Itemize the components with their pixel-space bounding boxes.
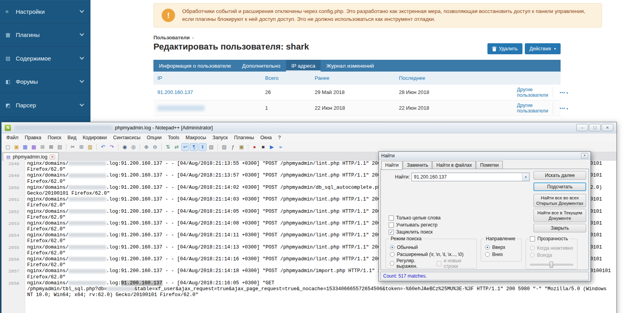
find-icon[interactable]: ◉ (121, 143, 129, 151)
count-button[interactable]: Подсчитать (533, 182, 586, 191)
macro-stop-icon[interactable]: ■ (259, 143, 267, 151)
close-doc-icon[interactable]: ⊠ (39, 143, 46, 151)
new-file-icon[interactable]: ▢ (4, 143, 12, 151)
row-menu-button[interactable]: •••▾ (557, 105, 571, 111)
redo-icon[interactable]: ↷ (108, 143, 116, 151)
log-row: /phpmyadmin/tbl_sql.php?db=&table=xf_use… (2, 286, 616, 292)
row-menu-button[interactable]: •••▾ (557, 89, 571, 96)
checkbox-dot-matches-newline[interactable]: и новые строки (437, 258, 473, 269)
checkbox-whole-words[interactable]: Только целые слова (389, 215, 441, 221)
other-users-link[interactable]: Другие пользователи (517, 87, 553, 98)
save-icon[interactable]: ▦ (21, 143, 29, 151)
open-file-icon[interactable]: ▣ (13, 143, 20, 151)
page-title: Редактировать пользователя: shark (153, 42, 309, 52)
menubar-item[interactable]: Макросы (183, 133, 209, 142)
undo-icon[interactable]: ↶ (99, 143, 107, 151)
menubar-item[interactable]: Вид (65, 133, 80, 142)
other-users-link[interactable]: Другие пользователи (517, 103, 553, 114)
combo-dropdown-icon[interactable]: ▾ (522, 173, 529, 181)
macro-record-icon[interactable]: ● (251, 143, 258, 151)
doc-map-icon[interactable]: ▨ (220, 143, 228, 151)
document-tab[interactable]: ▤ phpmyadmin.log ✕ (3, 153, 59, 161)
sync-v-scroll-icon[interactable]: ⇅ (164, 143, 172, 151)
menubar-item[interactable]: Правка (22, 133, 44, 142)
sidebar-item-content[interactable]: ▤Содержимое (0, 47, 90, 70)
sidebar-item-forums[interactable]: ◧Форумы (0, 70, 90, 94)
menubar-item[interactable]: Запуск (209, 133, 231, 142)
print-icon[interactable]: ▤ (56, 143, 64, 151)
indent-guide-icon[interactable]: ‖ (199, 143, 207, 151)
menubar-item[interactable]: Синтаксисы (110, 133, 144, 142)
macro-play-icon[interactable]: ▶ (268, 143, 276, 151)
menubar-item[interactable]: Плагины (231, 133, 257, 142)
close-button[interactable]: ✕ (602, 124, 613, 131)
search-input[interactable]: 91.200.160.137 ▾ (411, 173, 530, 181)
sync-h-scroll-icon[interactable]: ⇄ (173, 143, 181, 151)
sidebar-item-parser[interactable]: ◩Парсер (0, 94, 90, 117)
radio-always[interactable]: Всегда (530, 252, 574, 259)
find-dialog-tab-find-in-files[interactable]: Найти в файлах (432, 161, 476, 169)
radio-regex[interactable]: Регуляр. выражен. (390, 260, 433, 267)
workspace-icon[interactable]: ▣ (238, 143, 245, 151)
menubar-item[interactable]: Кодировки (79, 133, 110, 142)
menubar-item[interactable]: Опции (144, 133, 165, 142)
save-all-icon[interactable]: ▩ (30, 143, 38, 151)
menubar-item[interactable]: Файл (3, 133, 22, 142)
zoom-in-icon[interactable]: ⊕ (142, 143, 150, 151)
toolbar-separator (161, 144, 162, 150)
breadcrumb-label[interactable]: Пользователи (153, 35, 190, 41)
find-all-open-docs-button[interactable]: Найти все во всех Открытых Документах (533, 194, 586, 207)
find-next-button[interactable]: Искать далее (533, 171, 586, 180)
replace-icon[interactable]: ◎ (129, 143, 137, 151)
maximize-button[interactable]: ▢ (589, 124, 601, 131)
tab-ip-addresses[interactable]: IP адреса (286, 60, 321, 72)
find-dialog-titlebar[interactable]: Найти ✕ (379, 152, 590, 160)
transparency-checkbox[interactable]: Прозрачность (528, 236, 570, 241)
user-dialog-icon[interactable]: ▧ (207, 143, 215, 151)
find-dialog-tab-find[interactable]: Найти (381, 161, 402, 170)
radio-extended[interactable]: Расширенный (\r, \n, \t, \x..., \0) (390, 251, 473, 258)
notepad-titlebar[interactable]: N phpmyadmin.log - Notepad++ [Administra… (2, 122, 616, 133)
line-number: 2850 (2, 185, 25, 191)
tab-change-log[interactable]: Журнал изменений (321, 60, 379, 72)
tab-extra[interactable]: Дополнительно (236, 60, 286, 72)
menubar-item[interactable]: Поиск (44, 133, 65, 142)
tab-user-info[interactable]: Информация о пользователе (153, 60, 236, 72)
dialog-close-icon[interactable]: ✕ (581, 153, 588, 158)
sidebar-item-settings[interactable]: ≡Настройки (0, 0, 90, 24)
delete-button[interactable]: Удалить (487, 43, 522, 54)
toolbar-separator (66, 144, 66, 150)
warning-banner: ! Обработчики событий и расширения отклю… (153, 3, 602, 28)
word-wrap-icon[interactable]: ↩ (181, 143, 189, 151)
tab-close-icon[interactable]: ✕ (50, 155, 55, 159)
copy-icon[interactable]: ⊞ (78, 143, 85, 151)
transparency-slider[interactable] (530, 261, 573, 268)
function-list-icon[interactable]: ƒ (229, 143, 237, 151)
chevron-down-icon (79, 79, 84, 83)
zoom-out-icon[interactable]: ⊖ (151, 143, 159, 151)
menubar-item[interactable]: ? (275, 133, 284, 142)
paste-icon[interactable]: ▥ (86, 143, 94, 151)
macro-run-multiple-icon[interactable]: » (277, 143, 284, 151)
sidebar-item-plugins[interactable]: ▦Плагины (0, 24, 90, 47)
radio-on-losing-focus[interactable]: Когда неактивно (530, 245, 574, 252)
slider-thumb[interactable] (550, 261, 553, 268)
find-dialog-tab-mark[interactable]: Пометки (476, 161, 502, 169)
menubar-item[interactable]: Окна (257, 133, 275, 142)
radio-normal[interactable]: Обычный (390, 244, 473, 251)
menubar-item[interactable]: Tools (165, 133, 183, 142)
radio-up[interactable]: Вверх (485, 244, 518, 251)
actions-menu-button[interactable]: Действия ▾ (525, 43, 561, 54)
cut-icon[interactable]: ✂ (69, 143, 77, 151)
close-all-icon[interactable]: ⊠ (47, 143, 55, 151)
find-all-current-doc-button[interactable]: Найти все в Текущем Документе (533, 209, 586, 222)
radio-down[interactable]: Вниз (485, 251, 518, 258)
checkbox-match-case[interactable]: Учитывать регистр (389, 222, 437, 228)
minimize-button[interactable]: – (576, 124, 588, 131)
ip-link[interactable]: 91.200.160.137 (157, 89, 193, 95)
show-all-chars-icon[interactable]: ¶ (190, 143, 198, 151)
checkbox-wrap-around[interactable]: ✓Зациклить поиск (389, 229, 433, 235)
find-dialog-tab-replace[interactable]: Заменить (403, 161, 432, 169)
breadcrumb[interactable]: Пользователи› (153, 35, 194, 41)
close-button[interactable]: Закрыть (533, 224, 586, 232)
